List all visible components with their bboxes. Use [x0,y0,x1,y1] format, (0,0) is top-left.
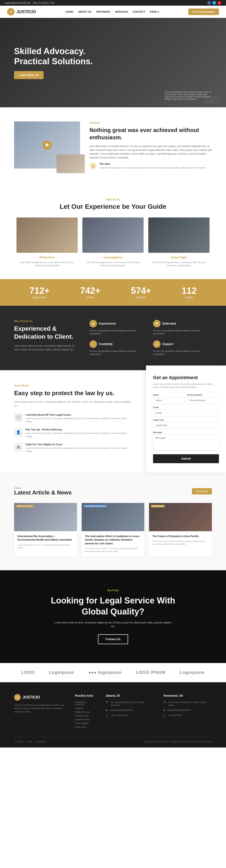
consultation-button[interactable]: Free Consultation [188,8,219,15]
footer-brand: J JUSTICIO Justicio is an Elementor temp… [14,694,65,730]
service-desc-protection: Click add to change this text. Lorem ips… [17,261,78,267]
footer-link-capital[interactable]: Capital Markets [75,718,96,721]
news-desc-1: Lorem ipsum dolor sit amet, consectetur … [18,544,74,549]
phone-icon: 📞 [105,714,109,717]
topbar-phone: Mon-Fri 09:00-17:00 [33,2,54,4]
about-text-content: Company Nothing great was ever achieved … [90,121,212,173]
footer-partner-link[interactable]: PARTNER [36,740,46,743]
news-card-3: LEGAL NEWS The Future of Disputes in Asi… [149,503,212,556]
youtube-icon[interactable]: ▶ [218,1,221,5]
footer-case-link[interactable]: CASE [27,740,32,743]
stat-number-awards: 112 [182,286,197,295]
phone-input[interactable] [187,397,219,404]
phone-label: Phone Number [187,394,219,396]
why-card-desc-credibility: Mi risus erat pantribus sodales habituan… [90,350,148,356]
hero-navigation-arrows: ‹ › [206,97,219,103]
idea-text: The Idea Click and to change this text. … [99,162,206,172]
navbar: J JUSTICIO HOME ABOUT US PARTNERS SERVIC… [0,6,226,18]
more-articles-button[interactable]: More Article [192,488,212,495]
cta-title: Looking for Legal Service With Global Qu… [14,595,212,617]
submit-button[interactable]: Submit [153,454,219,463]
hero-section: Skilled Advocacy. Practical Solutions. L… [0,18,226,107]
tennessee-address: 📍 1045 Street, Memphis TN 38151 United S… [163,701,212,707]
why-card-title-credibility: Credibility [99,342,113,346]
hero-cta-button[interactable]: Learn More [14,71,43,79]
hiw-step3-icon: ⚖ [14,443,23,452]
hero-content: Skilled Advocacy. Practical Solutions. L… [14,46,212,79]
hiw-step1-text: Learning About All Your Legal Issues Lor… [25,413,132,424]
footer-career-link[interactable]: CAREER [14,740,23,743]
video-play-button[interactable] [42,140,52,150]
footer-link-court[interactable]: Court Litigation [75,722,96,724]
nav-partners[interactable]: PARTNERS [96,10,110,13]
about-idea-block: 💡 The Idea Click and to change this text… [90,162,212,172]
partners-section: LOGO LogoIpsum ●●● logoipsum LOGO IPSUM … [0,663,226,682]
news-card-1: HEALTH & SAFETY International Bar Associ… [14,503,77,556]
cta-section: Need Help Looking for Legal Service With… [0,570,226,663]
idea-icon: 💡 [90,162,97,169]
news-card-2: STATUTORY LIMITATIONS The interruptive e… [82,503,144,556]
message-textarea[interactable] [153,434,219,451]
footer-bottom-links: CAREER CASE PARTNER [14,740,46,743]
legal-input[interactable] [153,422,219,429]
news-body-3: The Future of Disputes in Asia Pacific L… [149,531,212,549]
service-desc-investigation: Click add to change this text. Lorem ips… [83,261,143,267]
hiw-step-2: 👤 Pair You Up - Perfect Attorney Lorem i… [14,428,132,438]
news-badge-2: STATUTORY LIMITATIONS [84,505,107,507]
footer-link-business[interactable]: Business Law [75,715,96,717]
footer-link-healthcare[interactable]: Healthcare Law [75,711,96,713]
news-title-2: The interruptive effect of mediation in … [85,534,141,545]
why-card-desc-support: Mi risus erat pantribus sodales habituan… [153,350,212,356]
why-card-desc-experienced: Mi risus erat pantribus sodales habituan… [90,329,148,336]
footer-practice-title: Practice Area [75,694,96,698]
nav-home[interactable]: HOME [65,10,73,13]
news-header: Career Latest Article & News More Articl… [14,487,212,496]
why-card-experienced: ★ Experienced Mi risus erat pantribus so… [90,320,148,336]
footer-link-corporate[interactable]: Corporate & Securities [75,701,96,706]
hero-btn-arrow-icon [36,74,38,76]
why-choose-section: Why Choose Us Experienced & Dedication t… [0,306,226,370]
why-card-support: ⊕ Support Mi risus erat pantribus sodale… [153,340,212,356]
footer: J JUSTICIO Justicio is an Elementor temp… [0,682,226,747]
why-choose-left: Why Choose Us Experienced & Dedication t… [14,320,80,352]
nav-about[interactable]: ABOUT US [78,10,91,13]
hiw-step1-desc: Lorem ipsum dolor sit amet, consectetur … [25,417,132,424]
stat-label-won: Case Won [131,296,151,299]
hero-description: Sed ut perspiciatis unde omnis iste natu… [165,91,212,100]
name-input[interactable] [153,397,185,404]
service-image-investigation [83,217,143,253]
jakarta-email: ✉ support@yourdomain.ltd [105,709,154,712]
email-label: Email [153,406,219,409]
nav-contact[interactable]: CONTACT [133,10,145,13]
twitter-icon[interactable]: t [212,1,216,5]
footer-logo-text: JUSTICIO [23,695,40,700]
footer-link-litigation[interactable]: Litigation [75,707,96,709]
news-title-3: The Future of Disputes in Asia Pacific [152,534,208,538]
news-title-1: International Bar Association – Environm… [18,534,74,542]
email-input[interactable] [153,409,219,416]
news-title: Latest Article & News [14,489,72,496]
nav-services[interactable]: SERVICES [115,10,128,13]
footer-practice-links: Corporate & Securities Litigation Health… [75,701,96,728]
hero-prev-arrow[interactable]: ‹ [206,97,212,103]
jakarta-email-text: support@yourdomain.ltd [109,709,133,712]
hiw-step2-icon: 👤 [14,428,23,437]
services-section: What We Do Let Our Experience be Your Gu… [0,187,226,279]
news-tag: Career [14,487,72,489]
idea-description: Click and to change this text. Lorem Ips… [99,166,206,169]
services-title: Let Our Experience be Your Guide [14,203,212,210]
footer-link-family[interactable]: Family Law [75,726,96,728]
facebook-icon[interactable]: f [207,1,211,5]
why-card-desc-dedicated: Mi risus erat pantribus sodales habituan… [153,329,212,336]
hero-next-arrow[interactable]: › [213,97,219,103]
navbar-logo[interactable]: J JUSTICIO [7,8,36,16]
why-card-dedicated: ❤ Dedicated Mi risus erat pantribus soda… [153,320,212,336]
service-card-protection: Protection Click add to change this text… [17,217,78,267]
why-card-header-support: ⊕ Support [153,340,212,348]
nav-free[interactable]: FREE ▾ [150,10,159,13]
service-card-casefight: Case Fight Click add to change this text… [148,217,209,267]
why-choose-cards: ★ Experienced Mi risus erat pantribus so… [90,320,212,356]
cta-contact-button[interactable]: Contact Us [98,634,128,644]
hiw-step1-icon: 📋 [14,413,23,422]
news-body-1: International Bar Association – Environm… [14,531,77,553]
